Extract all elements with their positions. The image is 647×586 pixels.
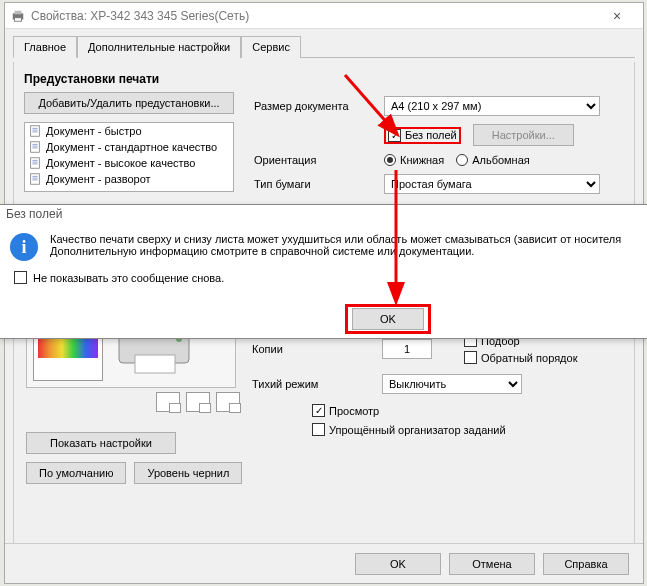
messagebox-title: Без полей — [0, 205, 647, 223]
docsize-label: Размер документа — [254, 100, 384, 112]
list-item-label: Документ - быстро — [46, 125, 142, 137]
preview-checkbox[interactable]: ✓ — [312, 404, 325, 417]
document-icon — [28, 140, 42, 154]
document-size-select[interactable]: A4 (210 x 297 мм) — [384, 96, 600, 116]
svg-rect-3 — [31, 126, 40, 137]
layout-thumb[interactable] — [216, 392, 240, 412]
landscape-label: Альбомная — [472, 154, 530, 166]
list-item[interactable]: Документ - быстро — [25, 123, 233, 139]
paper-label: Тип бумаги — [254, 178, 384, 190]
borderless-settings-button[interactable]: Настройки... — [473, 124, 574, 146]
list-item-label: Документ - высокое качество — [46, 157, 195, 169]
quiet-label: Тихий режим — [252, 378, 382, 390]
highlight-borderless: ✓ Без полей — [384, 127, 461, 144]
borderless-checkbox[interactable]: ✓ — [388, 129, 401, 142]
svg-rect-7 — [31, 142, 40, 153]
svg-rect-1 — [15, 10, 22, 14]
orientation-label: Ориентация — [254, 154, 384, 166]
reverse-label: Обратный порядок — [481, 352, 577, 364]
list-item[interactable]: Документ - стандартное качество — [25, 139, 233, 155]
document-icon — [28, 172, 42, 186]
window-title: Свойства: XP-342 343 345 Series(Сеть) — [31, 9, 597, 23]
layout-thumb[interactable] — [156, 392, 180, 412]
info-icon: i — [10, 233, 38, 261]
simple-organizer-label: Упрощённый организатор заданий — [329, 424, 506, 436]
copies-input[interactable] — [382, 339, 432, 359]
orientation-landscape-radio[interactable] — [456, 154, 468, 166]
presets-header: Предустановки печати — [24, 72, 624, 86]
messagebox-text: Качество печати сверху и снизу листа мож… — [50, 233, 621, 261]
tab-strip: Главное Дополнительные настройки Сервис — [13, 35, 635, 58]
bottom-left-buttons: Показать настройки По умолчанию Уровень … — [26, 432, 242, 484]
layout-thumb[interactable] — [186, 392, 210, 412]
copies-label: Копии — [252, 343, 382, 355]
thumbnail-row — [156, 392, 240, 412]
reverse-checkbox[interactable] — [464, 351, 477, 364]
portrait-label: Книжная — [400, 154, 444, 166]
list-item[interactable]: Документ - разворот — [25, 171, 233, 187]
settings-column: Размер документа A4 (210 x 297 мм) ✓ Без… — [254, 96, 624, 202]
list-item-label: Документ - стандартное качество — [46, 141, 217, 153]
svg-rect-2 — [15, 17, 22, 21]
list-item[interactable]: Документ - высокое качество — [25, 155, 233, 171]
printer-icon — [11, 9, 25, 23]
dont-show-again-checkbox[interactable] — [14, 271, 27, 284]
presets-list[interactable]: Документ - быстро Документ - стандартное… — [24, 122, 234, 192]
titlebar: Свойства: XP-342 343 345 Series(Сеть) × — [5, 3, 643, 29]
svg-rect-11 — [31, 158, 40, 169]
orientation-portrait-radio[interactable] — [384, 154, 396, 166]
help-button[interactable]: Справка — [543, 553, 629, 575]
messagebox-borderless: Без полей i Качество печати сверху и сни… — [0, 204, 647, 339]
svg-rect-21 — [135, 355, 175, 373]
ink-levels-button[interactable]: Уровень чернил — [134, 462, 242, 484]
tab-service[interactable]: Сервис — [241, 36, 301, 58]
add-remove-presets-button[interactable]: Добавить/Удалить предустановки... — [24, 92, 234, 114]
defaults-button[interactable]: По умолчанию — [26, 462, 126, 484]
document-icon — [28, 124, 42, 138]
dialog-footer: OK Отмена Справка — [5, 543, 643, 583]
show-settings-button[interactable]: Показать настройки — [26, 432, 176, 454]
svg-rect-15 — [31, 174, 40, 185]
close-icon[interactable]: × — [597, 4, 637, 28]
document-icon — [28, 156, 42, 170]
cancel-button[interactable]: Отмена — [449, 553, 535, 575]
tab-advanced[interactable]: Дополнительные настройки — [77, 36, 241, 58]
ok-button[interactable]: OK — [355, 553, 441, 575]
list-item-label: Документ - разворот — [46, 173, 151, 185]
paper-type-select[interactable]: Простая бумага — [384, 174, 600, 194]
borderless-label: Без полей — [405, 129, 457, 141]
simple-organizer-checkbox[interactable] — [312, 423, 325, 436]
tab-main[interactable]: Главное — [13, 36, 77, 58]
dont-show-again-label: Не показывать это сообщение снова. — [33, 272, 224, 284]
preview-label: Просмотр — [329, 405, 379, 417]
quiet-mode-select[interactable]: Выключить — [382, 374, 522, 394]
messagebox-ok-button[interactable]: OK — [352, 308, 424, 330]
